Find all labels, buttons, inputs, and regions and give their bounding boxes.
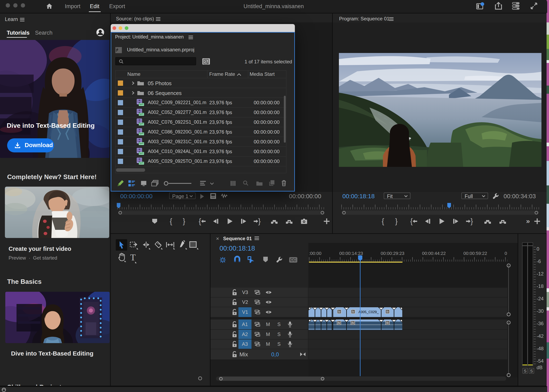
svg-text:{: { <box>410 217 413 225</box>
svg-text:{: { <box>199 217 201 225</box>
svg-text:{: { <box>170 217 172 225</box>
svg-text:}: } <box>471 217 473 225</box>
svg-text:{: { <box>382 217 384 225</box>
svg-text:»: » <box>526 217 530 225</box>
svg-text:}: } <box>183 217 185 225</box>
svg-text:}: } <box>395 217 398 225</box>
svg-text:}: } <box>258 217 261 225</box>
